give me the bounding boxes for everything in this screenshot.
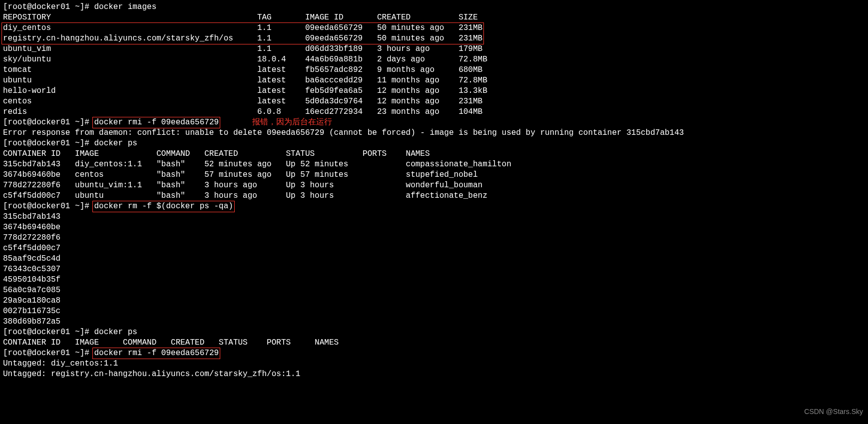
removed-id: 380d69b872a5 [3,317,865,327]
image-row: hello-world latest feb5d9fea6a5 12 month… [3,86,865,96]
removed-id: 56a0c9a7c085 [3,285,865,296]
removed-id: 85aaf9cd5c4d [3,254,865,264]
terminal-output[interactable]: [root@docker01 ~]# docker imagesREPOSITO… [0,0,868,382]
cmd-line: [root@docker01 ~]# docker ps [3,327,865,338]
ps-row: 778d272280f6 ubuntu_vim:1.1 "bash" 3 hou… [3,180,865,191]
removed-id: 3674b69460be [3,222,865,233]
image-row: ubuntu_vim 1.1 d06dd33bf189 3 hours ago … [3,44,865,54]
cmd-line: [root@docker01 ~]# docker rm -f $(docker… [3,201,865,212]
image-row: sky/ubuntu 18.0.4 44a6b69a881b 2 days ag… [3,54,865,65]
command: docker ps [94,139,137,148]
cmd-line: [root@docker01 ~]# docker rmi -f 09eeda6… [3,348,865,359]
command: docker ps [94,328,137,337]
image-row: redis 6.0.8 16ecd2772934 23 months ago 1… [3,107,865,117]
ps-header: CONTAINER ID IMAGE COMMAND CREATED STATU… [3,149,865,159]
removed-id: c5f4f5dd00c7 [3,243,865,254]
prompt: [root@docker01 ~]# [3,328,94,337]
command-boxed: docker rm -f $(docker ps -qa) [92,201,234,212]
command-boxed: docker rmi -f 09eeda656729 [92,348,220,359]
highlighted-images: diy_centos 1.1 09eeda656729 50 minutes a… [3,23,865,44]
ps-row: 3674b69460be centos "bash" 57 minutes ag… [3,170,865,180]
error-output: Error response from daemon: conflict: un… [3,128,865,138]
images-header: REPOSITORY TAG IMAGE ID CREATED SIZE [3,12,865,23]
cmd-line: [root@docker01 ~]# docker ps [3,138,865,149]
removed-id: 778d272280f6 [3,233,865,243]
prompt: [root@docker01 ~]# [3,118,94,127]
untagged-output: Untagged: registry.cn-hangzhou.aliyuncs.… [3,369,865,380]
ps-row: c5f4f5dd00c7 ubuntu "bash" 3 hours ago U… [3,191,865,201]
removed-id: 45950104b35f [3,275,865,285]
prompt: [root@docker01 ~]# [3,202,94,211]
ps-header-empty: CONTAINER ID IMAGE COMMAND CREATED STATU… [3,338,865,348]
ps-row: 315cbd7ab143 diy_centos:1.1 "bash" 52 mi… [3,159,865,170]
image-row: centos latest 5d0da3dc9764 12 months ago… [3,96,865,107]
prompt: [root@docker01 ~]# [3,349,94,358]
watermark: CSDN @Stars.Sky [804,407,863,417]
removed-id: 0027b116735c [3,306,865,317]
cmd-line: [root@docker01 ~]# docker images [3,2,865,12]
removed-id: 29a9ca180ca8 [3,296,865,306]
untagged-output: Untagged: diy_centos:1.1 [3,359,865,369]
command-boxed: docker rmi -f 09eeda656729 [92,117,220,128]
removed-id: 76343c0c5307 [3,264,865,275]
prompt: [root@docker01 ~]# [3,139,94,148]
cmd-line: [root@docker01 ~]# docker rmi -f 09eeda6… [3,117,865,128]
image-row: tomcat latest fb5657adc892 9 months ago … [3,65,865,75]
annotation: 报错，因为后台在运行 [252,118,332,127]
removed-id: 315cbd7ab143 [3,212,865,222]
command: docker images [94,2,156,11]
prompt: [root@docker01 ~]# [3,2,94,11]
image-row: ubuntu latest ba6acccedd29 11 months ago… [3,75,865,86]
